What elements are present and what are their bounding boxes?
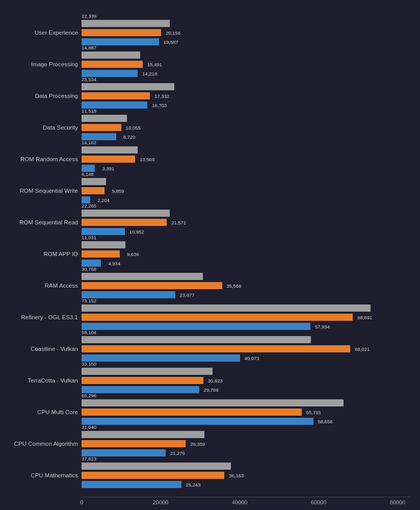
row-label-3: Data Security: [4, 124, 78, 132]
bar-14-1: 36,163: [82, 472, 224, 479]
row-group-2: Data Processing23,53417,33216,703: [82, 83, 410, 110]
bar-row-7-1: 9,636: [82, 250, 410, 258]
bar-12-2: 58,656: [82, 418, 313, 425]
bar-0-1: 20,156: [82, 29, 161, 36]
bar-3-0: 11,518: [82, 115, 127, 122]
bar-row-6-1: 21,571: [82, 218, 410, 226]
row-group-0: User Experience22,33920,15619,587: [82, 19, 410, 47]
bar-row-1-2: 14,218: [82, 69, 410, 78]
row-group-7: ROM APP IO11,0319,6364,934: [82, 241, 410, 268]
bar-row-9-1: 68,691: [82, 313, 410, 321]
bar-0-0: 22,339: [82, 20, 170, 27]
bar-value-6-1: 21,571: [171, 220, 186, 225]
row-group-14: CPU Mathematics37,82336,16325,243: [82, 462, 410, 490]
bar-row-2-0: 23,534: [82, 83, 410, 91]
bar-2-0: 23,534: [82, 83, 174, 90]
bar-2-2: 16,703: [82, 101, 147, 109]
bar-row-4-2: 3,391: [82, 164, 410, 172]
bar-3-2: 8,720: [82, 133, 116, 140]
bar-value-top-2: 23,534: [82, 76, 96, 82]
bar-row-3-1: 10,055: [82, 123, 410, 132]
bar-0-2: 19,587: [82, 38, 159, 45]
row-group-13: CPU Common Algorithm31,04026,35921,279: [82, 430, 410, 458]
row-label-7: ROM APP IO: [4, 251, 78, 258]
bar-7-1: 9,636: [82, 250, 120, 258]
bar-row-1-1: 15,491: [82, 60, 410, 68]
bar-7-2: 4,934: [82, 260, 101, 267]
bar-value-top-13: 31,040: [82, 424, 96, 430]
row-group-4: ROM Random Access14,16213,5693,391: [82, 146, 410, 173]
row-label-8: RAM Access: [4, 283, 78, 290]
row-label-4: ROM Random Access: [4, 156, 78, 163]
row-group-1: Image Processing14,88715,49114,218: [82, 51, 410, 79]
bar-10-0: 58,104: [82, 336, 311, 343]
bar-14-0: 37,823: [82, 463, 231, 470]
row-group-11: TerraCotta - Vulkan33,15030,82329,769: [82, 367, 410, 395]
bar-row-14-2: 25,243: [82, 480, 410, 489]
bar-value-1-1: 15,491: [147, 62, 162, 67]
bar-row-11-0: 33,150: [82, 367, 410, 375]
bar-value-8-2: 23,677: [179, 292, 194, 298]
x-tick-60000: 60000: [311, 499, 327, 505]
bar-value-14-1: 36,163: [229, 473, 244, 478]
bar-row-11-2: 29,769: [82, 386, 410, 394]
row-label-10: Coastline - Vulkan: [4, 346, 78, 353]
bar-value-0-2: 19,587: [164, 39, 178, 45]
bar-value-0-1: 20,156: [166, 30, 180, 36]
bar-11-1: 30,823: [82, 377, 203, 384]
bar-row-9-0: 73,152: [82, 304, 410, 312]
bar-row-13-2: 21,279: [82, 449, 410, 457]
bar-value-top-6: 22,265: [82, 203, 96, 209]
bar-value-3-1: 10,055: [126, 125, 141, 131]
bar-1-1: 15,491: [82, 61, 143, 68]
bar-value-top-1: 14,887: [82, 45, 96, 50]
bar-row-0-1: 20,156: [82, 29, 410, 37]
bar-value-top-14: 37,823: [82, 456, 96, 462]
row-group-12: CPU Multi Core66,29655,71558,656: [82, 399, 410, 426]
bar-10-1: 68,021: [82, 345, 350, 352]
bar-value-top-8: 30,758: [82, 266, 96, 272]
row-label-14: CPU Mathematics: [4, 472, 78, 479]
bar-value-top-3: 11,518: [82, 108, 96, 114]
bar-row-13-0: 31,040: [82, 430, 410, 439]
bar-8-2: 23,677: [82, 291, 175, 298]
bar-value-1-2: 14,218: [142, 71, 157, 76]
bar-row-2-1: 17,332: [82, 92, 410, 100]
bar-row-8-0: 30,758: [82, 272, 410, 280]
row-label-6: ROM Sequential Read: [4, 219, 78, 226]
bar-value-4-1: 13,569: [140, 157, 154, 162]
bar-value-10-2: 40,073: [245, 355, 259, 361]
bar-row-6-0: 22,265: [82, 209, 410, 217]
bar-6-2: 10,952: [82, 228, 125, 235]
bar-value-7-1: 9,636: [127, 251, 139, 257]
bar-5-0: 6,148: [82, 178, 106, 185]
bar-row-10-1: 68,021: [82, 345, 410, 353]
row-label-11: TerraCotta - Vulkan: [4, 377, 78, 385]
bar-row-0-0: 22,339: [82, 19, 410, 28]
bar-9-2: 57,934: [82, 323, 310, 330]
bar-value-top-7: 11,031: [82, 235, 96, 240]
bar-12-0: 66,296: [82, 399, 344, 406]
row-group-6: ROM Sequential Read22,26521,57110,952: [82, 209, 410, 237]
bar-value-11-2: 29,769: [204, 387, 219, 393]
bar-row-8-2: 23,677: [82, 291, 410, 299]
bars-wrapper: User Experience22,33920,15619,587Image P…: [82, 19, 410, 494]
bar-row-14-1: 36,163: [82, 471, 410, 479]
bar-value-13-2: 21,279: [170, 450, 185, 456]
bar-row-10-2: 40,073: [82, 354, 410, 362]
bar-6-1: 21,571: [82, 219, 167, 226]
bar-row-5-0: 6,148: [82, 177, 410, 186]
x-tick-40000: 40000: [232, 499, 248, 505]
row-label-5: ROM Sequential Write: [4, 188, 78, 195]
row-label-2: Data Processing: [4, 93, 78, 100]
bar-row-4-1: 13,569: [82, 155, 410, 163]
bar-row-12-1: 55,715: [82, 408, 410, 416]
bar-4-1: 13,569: [82, 156, 135, 163]
bar-value-12-2: 58,656: [318, 419, 333, 424]
bar-13-0: 31,040: [82, 431, 204, 438]
bar-row-11-1: 30,823: [82, 376, 410, 385]
bar-row-1-0: 14,887: [82, 51, 410, 59]
bar-row-3-0: 11,518: [82, 114, 410, 122]
bar-row-7-0: 11,031: [82, 241, 410, 249]
bar-11-2: 29,769: [82, 386, 199, 393]
